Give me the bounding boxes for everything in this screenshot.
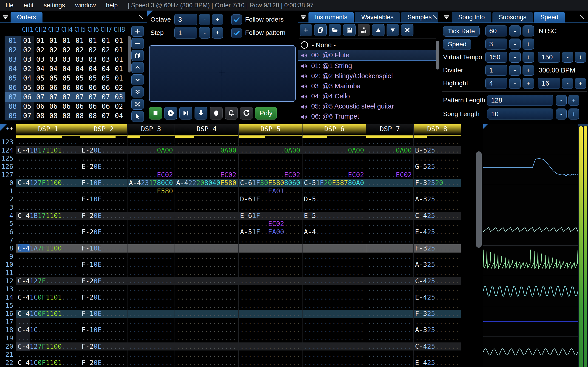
- instrument-item[interactable]: 00: @0 Flute: [298, 50, 436, 61]
- pattern-cell[interactable]: ...........: [80, 203, 127, 212]
- increment-button[interactable]: +: [523, 52, 534, 63]
- pattern-cell[interactable]: ...........: [127, 310, 174, 318]
- orders-scrollbar[interactable]: [128, 36, 131, 105]
- save-instrument-button[interactable]: [343, 24, 355, 36]
- order-cell[interactable]: 01: [60, 36, 73, 45]
- pattern-cell[interactable]: ...............: [16, 195, 80, 203]
- tab-wavetables[interactable]: Wavetables: [355, 12, 400, 23]
- order-cell[interactable]: 03: [60, 55, 73, 64]
- order-cell[interactable]: 08: [47, 111, 60, 120]
- pattern-cell[interactable]: ...........: [127, 261, 174, 269]
- pattern-cell[interactable]: ...........: [366, 261, 414, 269]
- pattern-cell[interactable]: F-10E......: [80, 244, 127, 252]
- order-cell[interactable]: 07: [21, 111, 34, 120]
- duplicate-instrument-button[interactable]: [314, 24, 327, 36]
- pattern-cell[interactable]: ...............: [16, 187, 80, 195]
- pattern-cell[interactable]: ...............: [16, 154, 80, 163]
- order-cell[interactable]: 02: [112, 83, 125, 92]
- pattern-row[interactable]: 5.......................................…: [0, 220, 461, 228]
- pattern-cell[interactable]: C-425......: [414, 277, 461, 285]
- pattern-row[interactable]: 125.....................................…: [0, 154, 461, 163]
- window-menu-icon[interactable]: [0, 12, 10, 23]
- pattern-cell[interactable]: ...........EC02: [238, 171, 302, 179]
- pattern-cell[interactable]: ...........: [80, 334, 127, 342]
- pattern-cell[interactable]: ...............: [238, 261, 302, 269]
- tab-subsongs[interactable]: Subsongs: [493, 12, 533, 23]
- pattern-cell[interactable]: ...............: [174, 220, 238, 228]
- pattern-cell[interactable]: ...............: [238, 236, 302, 244]
- pattern-row[interactable]: 16C-41C0F1101....F-10E..................…: [0, 310, 461, 318]
- order-cell[interactable]: 07: [73, 92, 86, 102]
- pattern-cell[interactable]: ...........0A00: [174, 146, 238, 155]
- move-instrument-down-button[interactable]: [387, 24, 399, 36]
- pattern-row[interactable]: 20C-4127F1100....F-20E..................…: [0, 342, 461, 351]
- pattern-cell[interactable]: ...............: [238, 252, 302, 261]
- pattern-cell[interactable]: ...............: [302, 252, 366, 261]
- pattern-cell[interactable]: ...............: [238, 342, 302, 351]
- order-cell[interactable]: 03: [47, 55, 60, 64]
- pattern-cell[interactable]: ...........: [414, 138, 461, 146]
- pattern-cell[interactable]: ...........: [366, 326, 414, 334]
- pattern-cell[interactable]: A-51F..EA00....: [238, 228, 302, 236]
- order-cell[interactable]: 06: [86, 102, 99, 111]
- pattern-cell[interactable]: ...............: [302, 285, 366, 293]
- remove-order-button[interactable]: [131, 38, 144, 49]
- pattern-cell[interactable]: .......EC02: [366, 171, 414, 179]
- order-row-number[interactable]: 06: [5, 83, 21, 92]
- pattern-cell[interactable]: ...............: [302, 318, 366, 326]
- field-input[interactable]: 3: [485, 39, 507, 50]
- pattern-cell[interactable]: E-425......: [414, 228, 461, 236]
- pattern-cell[interactable]: ...........: [366, 318, 414, 326]
- instrument-folder-button[interactable]: [358, 24, 370, 36]
- pattern-cell[interactable]: ...........: [127, 269, 174, 277]
- pattern-cell[interactable]: ...........: [80, 269, 127, 277]
- pattern-cell[interactable]: ...........: [366, 203, 414, 212]
- order-row[interactable]: 020202020202020201: [5, 45, 125, 55]
- pattern-row[interactable]: 2...............F-10E...................…: [0, 195, 461, 203]
- order-cell[interactable]: 02: [21, 45, 34, 55]
- pattern-corner[interactable]: ++: [0, 124, 16, 134]
- order-cell[interactable]: 06: [73, 102, 86, 111]
- pattern-cell[interactable]: C-41C0F1101....: [16, 310, 80, 318]
- pattern-cell[interactable]: ...............: [16, 350, 80, 359]
- pattern-cell[interactable]: ...............: [174, 293, 238, 302]
- order-cell[interactable]: 03: [112, 92, 125, 102]
- pattern-cell[interactable]: ...........: [127, 285, 174, 293]
- pattern-cell[interactable]: ...............: [238, 310, 302, 318]
- pattern-cell[interactable]: ...........: [366, 269, 414, 277]
- pattern-cell[interactable]: ...........: [127, 326, 174, 334]
- pattern-cell[interactable]: .......EC02....: [238, 220, 302, 228]
- pattern-cell[interactable]: .......0A00: [366, 146, 414, 155]
- decrement-button[interactable]: -: [556, 95, 567, 106]
- pattern-cell[interactable]: ...........: [80, 171, 127, 179]
- pattern-cell[interactable]: ...........: [80, 350, 127, 359]
- channel-header-6[interactable]: DSP 6: [302, 124, 366, 138]
- pattern-cell[interactable]: ...........: [127, 350, 174, 359]
- pattern-cell[interactable]: F-20E......: [80, 359, 127, 367]
- pattern-row[interactable]: 123.....................................…: [0, 138, 461, 146]
- pattern-cell[interactable]: ...............: [174, 261, 238, 269]
- pattern-cell[interactable]: ...............: [302, 326, 366, 334]
- pattern-cell[interactable]: ...............: [302, 334, 366, 342]
- field-input[interactable]: 150: [485, 52, 507, 63]
- order-cell[interactable]: 03: [99, 55, 112, 64]
- close-icon[interactable]: [137, 13, 145, 21]
- pattern-cell[interactable]: F-10E......: [80, 195, 127, 203]
- pattern-row[interactable]: 11......................................…: [0, 269, 461, 277]
- order-cell[interactable]: 03: [73, 55, 86, 64]
- pattern-cell[interactable]: F-20E......: [80, 228, 127, 236]
- pattern-cell[interactable]: ...........: [127, 334, 174, 342]
- order-cell[interactable]: 01: [21, 36, 34, 45]
- order-cell[interactable]: 02: [21, 64, 34, 73]
- pattern-cell[interactable]: A-325......: [414, 261, 461, 269]
- order-row[interactable]: 050405050505050501: [5, 73, 125, 83]
- order-cell[interactable]: 06: [99, 83, 112, 92]
- field-input[interactable]: 60: [485, 25, 507, 36]
- pattern-row[interactable]: 8C-41A7F1100....F-10E...................…: [0, 244, 461, 252]
- order-cell[interactable]: 06: [34, 102, 47, 111]
- pattern-cell[interactable]: ...........: [80, 302, 127, 310]
- order-cell[interactable]: 08: [60, 111, 73, 120]
- order-row[interactable]: 070607070707070703: [5, 92, 125, 102]
- decrement-button[interactable]: -: [562, 78, 573, 89]
- pattern-cell[interactable]: ...............: [302, 244, 366, 252]
